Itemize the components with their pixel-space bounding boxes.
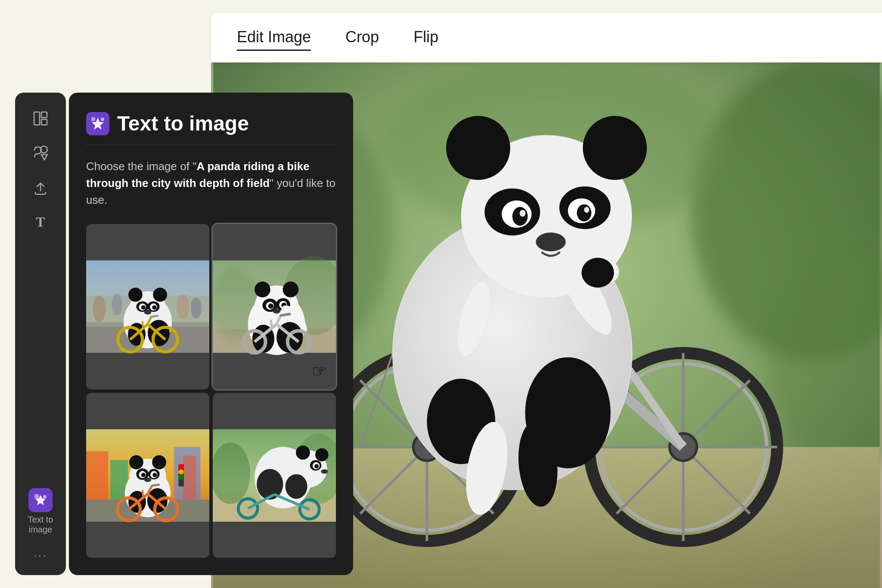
svg-point-56 — [43, 495, 47, 498]
tti-description: Choose the image of "A panda riding a bi… — [86, 158, 336, 208]
svg-rect-52 — [41, 112, 47, 118]
svg-point-69 — [128, 288, 143, 302]
svg-point-34 — [446, 116, 510, 180]
svg-point-63 — [93, 296, 106, 322]
tti-image-grid: ☞ — [86, 224, 336, 558]
svg-point-152 — [314, 464, 319, 468]
sidebar: T Text to image ··· — [15, 93, 66, 575]
svg-point-76 — [152, 305, 156, 310]
svg-line-111 — [281, 314, 289, 315]
svg-line-110 — [271, 320, 272, 328]
svg-point-125 — [152, 455, 166, 469]
svg-point-121 — [179, 474, 184, 479]
svg-rect-53 — [41, 119, 47, 125]
tab-edit-image[interactable]: Edit Image — [237, 25, 311, 51]
grid-item-4[interactable] — [213, 393, 336, 558]
svg-line-140 — [143, 490, 143, 498]
svg-point-42 — [520, 210, 526, 217]
grid-item-2[interactable]: ☞ — [213, 224, 336, 389]
svg-point-50 — [581, 258, 614, 287]
svg-point-77 — [144, 310, 151, 314]
sidebar-item-text-to-image[interactable]: Text to image — [15, 488, 66, 535]
grid-item-3[interactable] — [86, 393, 209, 558]
tti-prompt: A panda riding a bike through the city w… — [86, 160, 309, 190]
tab-flip[interactable]: Flip — [413, 25, 438, 51]
svg-point-66 — [191, 297, 202, 318]
svg-point-64 — [112, 293, 122, 315]
sidebar-item-elements[interactable] — [28, 140, 53, 166]
svg-point-59 — [101, 118, 104, 121]
svg-rect-51 — [34, 112, 40, 125]
sidebar-bottom: Text to image ··· — [15, 488, 66, 562]
svg-point-132 — [144, 477, 151, 482]
svg-point-70 — [153, 288, 167, 302]
svg-line-85 — [143, 321, 143, 328]
text-to-image-panel: Text to image Choose the image of "A pan… — [69, 93, 353, 575]
text-to-image-label: Text to image — [15, 515, 66, 535]
svg-rect-55 — [34, 494, 39, 498]
svg-rect-58 — [91, 117, 95, 121]
svg-rect-116 — [183, 455, 196, 499]
edit-panel: Edit Image Crop Flip — [211, 13, 882, 62]
svg-line-86 — [151, 316, 157, 317]
svg-point-99 — [268, 304, 273, 309]
tab-crop[interactable]: Crop — [345, 25, 379, 51]
svg-point-65 — [177, 294, 189, 319]
tti-divider — [86, 145, 336, 145]
svg-line-141 — [152, 485, 158, 485]
svg-point-101 — [273, 308, 280, 314]
svg-point-119 — [179, 464, 184, 469]
svg-point-120 — [179, 469, 184, 474]
tti-icon — [86, 112, 109, 135]
svg-point-43 — [584, 207, 589, 213]
svg-point-124 — [129, 455, 143, 469]
sidebar-item-layout[interactable] — [28, 106, 53, 131]
sidebar-item-upload[interactable] — [28, 174, 53, 200]
svg-point-93 — [255, 282, 270, 298]
svg-point-94 — [283, 282, 298, 298]
svg-point-149 — [315, 448, 329, 461]
svg-point-148 — [296, 445, 310, 460]
sidebar-item-text[interactable]: T — [28, 209, 53, 235]
svg-point-131 — [152, 473, 157, 477]
grid-item-1[interactable] — [86, 224, 209, 389]
svg-point-130 — [141, 473, 146, 477]
svg-point-153 — [321, 469, 328, 473]
svg-rect-113 — [86, 451, 108, 499]
tti-title: Text to image — [117, 112, 249, 135]
svg-point-35 — [583, 116, 647, 180]
text-to-image-icon — [28, 488, 53, 512]
svg-point-40 — [512, 207, 528, 226]
svg-point-44 — [536, 233, 565, 252]
tti-header: Text to image — [86, 112, 336, 135]
more-options-icon[interactable]: ··· — [34, 548, 47, 562]
svg-point-41 — [577, 204, 591, 221]
svg-point-75 — [141, 305, 146, 310]
svg-point-155 — [286, 474, 307, 498]
